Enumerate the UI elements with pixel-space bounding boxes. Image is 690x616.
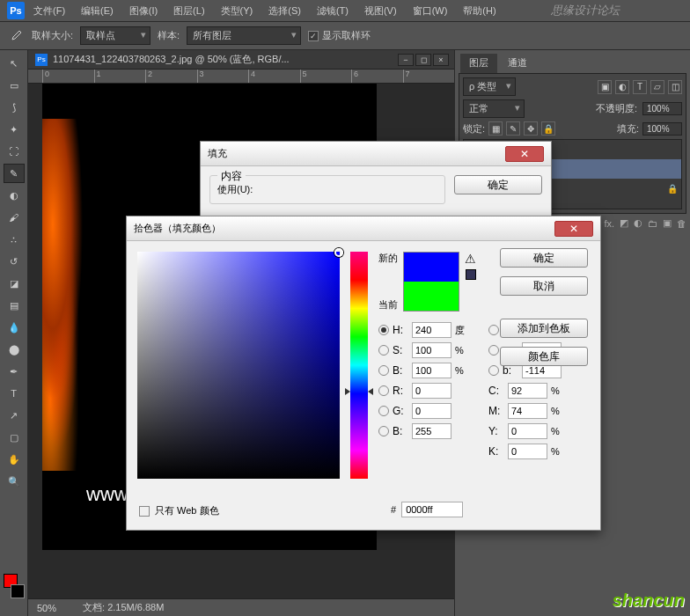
new-layer-icon[interactable]: ▣ <box>663 217 672 229</box>
show-ring-label: 显示取样环 <box>322 29 371 42</box>
crop-tool[interactable]: ⛶ <box>4 142 25 161</box>
bb-input[interactable] <box>412 423 451 439</box>
web-only-checkbox[interactable]: 只有 Web 颜色 <box>139 504 219 517</box>
cp-ok-button[interactable]: 确定 <box>500 248 588 268</box>
fill-close-button[interactable]: ✕ <box>505 146 544 162</box>
cp-cancel-button[interactable]: 取消 <box>500 276 588 296</box>
menu-file[interactable]: 文件(F) <box>26 1 72 21</box>
fx-icon[interactable]: fx. <box>604 218 614 229</box>
r-input[interactable] <box>412 383 451 399</box>
wand-tool[interactable]: ✦ <box>4 120 25 139</box>
marquee-tool[interactable]: ▭ <box>4 76 25 95</box>
maximize-button[interactable]: ◻ <box>415 54 431 66</box>
c-input[interactable] <box>508 383 547 399</box>
menu-view[interactable]: 视图(V) <box>357 1 404 21</box>
menu-edit[interactable]: 编辑(E) <box>74 1 121 21</box>
menu-help[interactable]: 帮助(H) <box>456 1 503 21</box>
background-swatch[interactable] <box>11 584 25 598</box>
content-group: 内容 使用(U): <box>209 175 445 204</box>
document-tab[interactable]: Ps 11074431_122403780263_2.jpg @ 50% (蓝色… <box>28 50 454 70</box>
lock-all-icon[interactable]: 🔒 <box>541 121 555 136</box>
tab-channels[interactable]: 通道 <box>499 54 536 73</box>
hue-slider[interactable] <box>350 252 368 479</box>
y-input[interactable] <box>508 423 547 439</box>
sample-dropdown[interactable]: 所有图层 <box>187 26 301 45</box>
tab-layers[interactable]: 图层 <box>460 54 497 73</box>
brush-tool[interactable]: 🖌 <box>4 208 25 227</box>
dodge-tool[interactable]: ⬤ <box>4 340 25 359</box>
s-radio[interactable] <box>378 345 389 356</box>
l-radio[interactable] <box>488 325 499 335</box>
cp-close-button[interactable]: ✕ <box>554 221 593 237</box>
cp-title-bar[interactable]: 拾色器（填充颜色） ✕ <box>127 216 600 241</box>
h-radio[interactable] <box>378 325 389 335</box>
b-input[interactable] <box>412 363 451 378</box>
type-tool[interactable]: T <box>4 384 25 403</box>
stamp-tool[interactable]: ⛬ <box>4 230 25 249</box>
lab-b-radio[interactable] <box>488 365 499 376</box>
zoom-tool[interactable]: 🔍 <box>4 472 25 491</box>
filter-shape-icon[interactable]: ▱ <box>650 80 664 94</box>
b-radio[interactable] <box>378 365 389 376</box>
gradient-tool[interactable]: ▤ <box>4 296 25 315</box>
eraser-tool[interactable]: ◪ <box>4 274 25 293</box>
blend-mode-dropdown[interactable]: 正常 <box>463 99 525 118</box>
history-brush-tool[interactable]: ↺ <box>4 252 25 271</box>
zoom-level[interactable]: 50% <box>37 603 56 613</box>
pen-tool[interactable]: ✒ <box>4 362 25 381</box>
lasso-tool[interactable]: ⟆ <box>4 98 25 117</box>
fill-ok-button[interactable]: 确定 <box>454 175 542 194</box>
m-input[interactable] <box>508 403 547 419</box>
menu-type[interactable]: 类型(Y) <box>214 1 261 21</box>
bb-radio[interactable] <box>378 426 389 436</box>
adjustment-icon[interactable]: ◐ <box>634 217 642 229</box>
path-tool[interactable]: ↗ <box>4 406 25 425</box>
fill-input[interactable] <box>642 122 682 136</box>
folder-icon[interactable]: 🗀 <box>648 218 657 229</box>
menu-filter[interactable]: 滤镜(T) <box>310 1 356 21</box>
lock-pixels-icon[interactable]: ✎ <box>506 121 520 136</box>
h-input[interactable] <box>412 322 451 338</box>
shape-tool[interactable]: ▢ <box>4 428 25 447</box>
trash-icon[interactable]: 🗑 <box>677 218 686 229</box>
sv-cursor <box>334 248 343 257</box>
color-swatches[interactable] <box>4 574 25 598</box>
move-tool[interactable]: ↖ <box>4 54 25 73</box>
websafe-warning-icon[interactable] <box>466 269 476 280</box>
cp-add-swatch-button[interactable]: 添加到色板 <box>500 319 588 338</box>
r-radio[interactable] <box>378 385 389 396</box>
menu-layer[interactable]: 图层(L) <box>166 1 211 21</box>
menu-window[interactable]: 窗口(W) <box>406 1 455 21</box>
gamut-warning-icon[interactable]: ⚠ <box>465 252 476 266</box>
filter-type-icon[interactable]: T <box>633 80 647 94</box>
mask-icon[interactable]: ◩ <box>620 217 628 229</box>
hex-input[interactable] <box>401 502 463 517</box>
blur-tool[interactable]: 💧 <box>4 318 25 337</box>
opacity-input[interactable] <box>642 102 682 115</box>
minimize-button[interactable]: − <box>398 54 414 66</box>
filter-adjust-icon[interactable]: ◐ <box>615 80 629 94</box>
lock-transparent-icon[interactable]: ▦ <box>488 121 503 136</box>
filter-smart-icon[interactable]: ◫ <box>668 80 682 94</box>
panel-tabs: 图层 通道 <box>455 54 690 73</box>
a-radio[interactable] <box>488 345 499 356</box>
filter-pixel-icon[interactable]: ▣ <box>598 80 612 94</box>
heal-tool[interactable]: ◐ <box>4 186 25 205</box>
menu-image[interactable]: 图像(I) <box>122 1 165 21</box>
menu-select[interactable]: 选择(S) <box>261 1 308 21</box>
eyedropper-tool[interactable]: ✎ <box>4 164 25 183</box>
bb-label: B: <box>393 425 408 437</box>
hand-tool[interactable]: ✋ <box>4 450 25 469</box>
fill-dialog-title[interactable]: 填充 ✕ <box>201 142 551 166</box>
sample-size-dropdown[interactable]: 取样点 <box>80 26 150 45</box>
g-input[interactable] <box>412 403 451 419</box>
kind-filter[interactable]: ρ 类型 <box>463 77 516 96</box>
s-input[interactable] <box>412 342 451 358</box>
show-ring-checkbox[interactable]: ✓ 显示取样环 <box>308 29 371 42</box>
close-button[interactable]: × <box>433 54 449 66</box>
lock-position-icon[interactable]: ✥ <box>524 121 538 136</box>
k-input[interactable] <box>508 444 547 459</box>
saturation-value-box[interactable] <box>137 252 340 479</box>
cp-color-lib-button[interactable]: 颜色库 <box>500 347 588 366</box>
g-radio[interactable] <box>378 406 389 416</box>
